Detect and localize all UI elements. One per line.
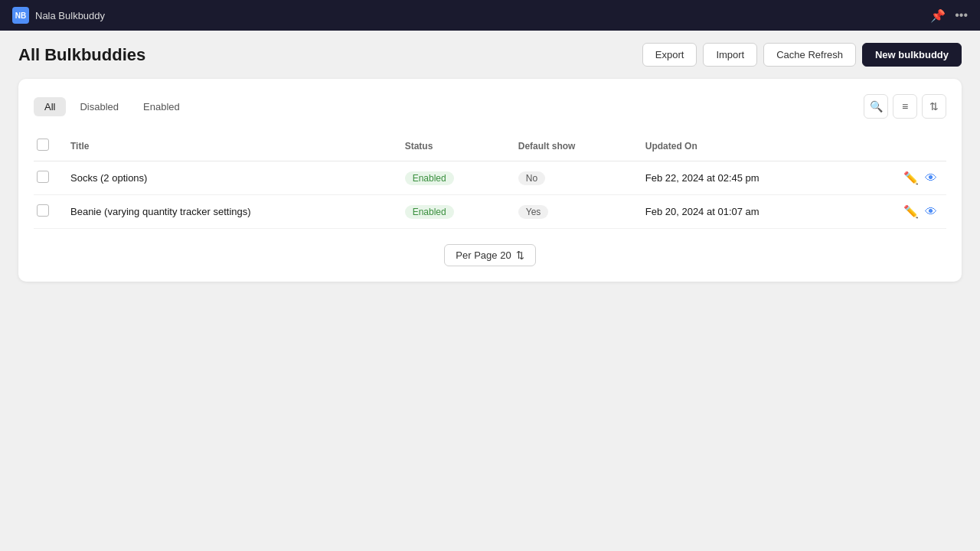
status-badge: Enabled xyxy=(405,205,454,219)
tab-enabled[interactable]: Enabled xyxy=(132,97,191,116)
row-actions: ✏️ 👁 xyxy=(868,204,937,219)
row-checkbox-cell xyxy=(34,195,61,229)
tab-all[interactable]: All xyxy=(34,97,66,116)
row-title: Beanie (varying quantity tracker setting… xyxy=(61,195,396,229)
header-updated-on: Updated On xyxy=(636,131,859,161)
app-name: Nala Bulkbuddy xyxy=(35,10,105,21)
row-title: Socks (2 options) xyxy=(61,161,396,195)
filter-icon: ≡ xyxy=(902,100,908,112)
header-checkbox-cell xyxy=(34,131,61,161)
row-actions-cell: ✏️ 👁 xyxy=(859,195,946,229)
view-icon[interactable]: 👁 xyxy=(925,205,937,219)
filter-tabs: All Disabled Enabled xyxy=(34,97,191,116)
row-status: Enabled xyxy=(396,195,509,229)
header-checkbox[interactable] xyxy=(37,139,49,151)
header-default-show: Default show xyxy=(509,131,636,161)
table-header-row: Title Status Default show Updated On xyxy=(34,131,946,161)
per-page-label: Per Page 20 xyxy=(456,249,511,261)
view-icon[interactable]: 👁 xyxy=(925,171,937,185)
main-content: All Disabled Enabled 🔍 ≡ ⇅ xyxy=(0,79,980,282)
row-actions-cell: ✏️ 👁 xyxy=(859,161,946,195)
topbar: NB Nala Bulkbuddy 📌 ••• xyxy=(0,0,980,31)
header-status: Status xyxy=(396,131,509,161)
pagination: Per Page 20 ⇅ xyxy=(34,244,946,266)
sort-button[interactable]: ⇅ xyxy=(922,94,946,119)
search-icon: 🔍 xyxy=(870,100,883,112)
row-checkbox[interactable] xyxy=(37,204,49,217)
bulkbuddies-table: Title Status Default show Updated On Soc… xyxy=(34,131,946,229)
row-checkbox-cell xyxy=(34,161,61,195)
per-page-chevron-icon: ⇅ xyxy=(516,249,524,261)
header-actions: Export Import Cache Refresh New bulkbudd… xyxy=(642,43,962,67)
table-row: Beanie (varying quantity tracker setting… xyxy=(34,195,946,229)
filter-icons: 🔍 ≡ ⇅ xyxy=(864,94,946,119)
per-page-select[interactable]: Per Page 20 ⇅ xyxy=(444,244,535,266)
edit-icon[interactable]: ✏️ xyxy=(903,171,919,185)
edit-icon[interactable]: ✏️ xyxy=(903,204,919,219)
topbar-right: 📌 ••• xyxy=(930,8,968,23)
default-show-badge: No xyxy=(518,171,545,185)
search-button[interactable]: 🔍 xyxy=(864,94,888,119)
app-icon: NB xyxy=(12,7,29,24)
page-header: All Bulkbuddies Export Import Cache Refr… xyxy=(0,31,980,79)
main-card: All Disabled Enabled 🔍 ≡ ⇅ xyxy=(18,79,962,282)
header-actions-col xyxy=(859,131,946,161)
filter-tabs-row: All Disabled Enabled 🔍 ≡ ⇅ xyxy=(34,94,946,119)
row-actions: ✏️ 👁 xyxy=(868,171,937,185)
page-title: All Bulkbuddies xyxy=(18,45,145,65)
table-row: Socks (2 options) Enabled No Feb 22, 202… xyxy=(34,161,946,195)
more-icon[interactable]: ••• xyxy=(955,8,968,22)
default-show-badge: Yes xyxy=(518,205,549,219)
row-checkbox[interactable] xyxy=(37,171,49,183)
tab-disabled[interactable]: Disabled xyxy=(69,97,129,116)
import-button[interactable]: Import xyxy=(703,43,757,67)
sort-icon: ⇅ xyxy=(929,100,939,112)
pin-icon[interactable]: 📌 xyxy=(930,8,946,23)
row-status: Enabled xyxy=(396,161,509,195)
new-bulkbuddy-button[interactable]: New bulkbuddy xyxy=(862,43,962,67)
row-updated-on: Feb 22, 2024 at 02:45 pm xyxy=(636,161,859,195)
topbar-left: NB Nala Bulkbuddy xyxy=(12,7,105,24)
cache-refresh-button[interactable]: Cache Refresh xyxy=(763,43,856,67)
header-title: Title xyxy=(61,131,396,161)
row-updated-on: Feb 20, 2024 at 01:07 am xyxy=(636,195,859,229)
status-badge: Enabled xyxy=(405,171,454,185)
export-button[interactable]: Export xyxy=(642,43,697,67)
row-default-show: Yes xyxy=(509,195,636,229)
filter-button[interactable]: ≡ xyxy=(893,94,917,119)
row-default-show: No xyxy=(509,161,636,195)
